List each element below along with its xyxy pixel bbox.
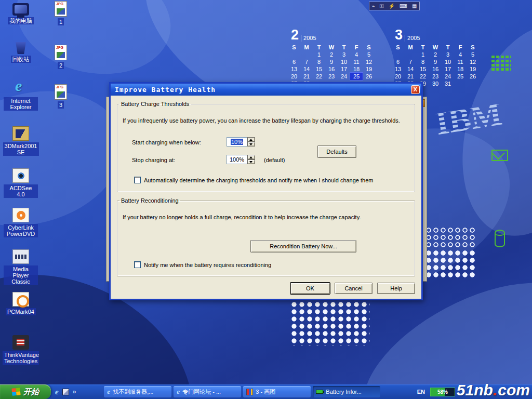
notify-reconditioning-checkbox-label: Notify me when the battery requires reco…: [144, 262, 271, 268]
spin-up-button[interactable]: [247, 155, 255, 159]
desktop-icon-acdsee[interactable]: ACDSee 4.0: [4, 168, 38, 198]
desktop-icon-powerdvd[interactable]: CyberLink PowerDVD: [4, 208, 38, 237]
desktop-icon-3dmark2001[interactable]: 3DMark2001 SE: [4, 126, 38, 156]
calendar-day: 31: [442, 80, 454, 87]
notify-reconditioning-checkbox-row: Notify me when the battery requires reco…: [134, 261, 271, 268]
calendar-month: 2 2005 SMTWTFS 1234567891011121314151617…: [288, 28, 377, 87]
auto-thresholds-checkbox[interactable]: [134, 177, 141, 183]
desktop-icon-label: ThinkVantage Technologies: [3, 351, 39, 365]
calendar-day: 3: [442, 51, 454, 58]
start-charging-value[interactable]: 10%: [227, 137, 247, 147]
calendar-day: 15: [417, 65, 429, 73]
language-indicator[interactable]: EN: [417, 389, 425, 395]
calendar-day-header: M: [404, 44, 417, 51]
desktop-icon-label: Internet Explorer: [4, 97, 38, 111]
jpg-file-icon: [55, 1, 67, 17]
taskbar-task-battery-information[interactable]: Battery Infor...: [313, 386, 380, 397]
battery-meter[interactable]: 58%: [430, 388, 455, 396]
cancel-button[interactable]: Cancel: [335, 283, 373, 294]
spin-down-button[interactable]: [247, 142, 255, 147]
spin-up-button[interactable]: [247, 137, 255, 142]
calendar-day: 13: [392, 65, 404, 73]
calendar-day: 4: [454, 51, 467, 58]
calendar-day: 12: [467, 58, 479, 65]
start-charging-spinner[interactable]: 10%: [227, 137, 255, 147]
desktop-icon-pcmark04[interactable]: PCMark04: [4, 292, 38, 315]
taskbar-task-forum[interactable]: 专门网论坛 - ...: [174, 386, 241, 397]
desktop-icon-my-computer[interactable]: 我的电脑: [4, 3, 38, 24]
quicklaunch-ie-icon[interactable]: [55, 387, 59, 396]
calendar-day: 17: [338, 65, 350, 73]
taskbar: 开始 » 找不到服务器,... 专门网论坛 - ... 3 - 画图 Batte…: [0, 384, 532, 399]
battery-reconditioning-group: Battery Reconditioning If your battery n…: [117, 197, 415, 276]
recondition-battery-button[interactable]: Recondition Battery Now...: [250, 240, 356, 252]
taskbar-task-server[interactable]: 找不到服务器,...: [104, 386, 171, 397]
calendar-day: 24: [338, 73, 350, 80]
calendar-day: 6: [288, 58, 300, 65]
start-button-label: 开始: [23, 387, 39, 397]
desktop-icon-jpg-2[interactable]: 2: [48, 45, 74, 69]
calendar-day-header: F: [350, 44, 363, 51]
desktop-icon-thinkvantage[interactable]: ThinkVantage Technologies: [4, 335, 38, 365]
calendar-day: 9: [429, 58, 442, 65]
calendar-title: 2 2005: [288, 28, 377, 42]
desktop-icon-jpg-3[interactable]: 3: [48, 84, 74, 109]
desktop-icon-label: CyberLink PowerDVD: [4, 224, 38, 237]
plug-icon: [372, 2, 375, 10]
calendar-day: [454, 80, 467, 87]
dialog-title: Improve Battery Health: [115, 86, 216, 94]
calendar-week-row: 13141516171819: [392, 65, 481, 73]
calendar-day: 14: [300, 65, 313, 73]
defaults-button[interactable]: Defaults: [317, 145, 356, 158]
calendar-day: 26: [363, 73, 375, 80]
jpg-file-icon: [55, 84, 67, 100]
calendar-day: 16: [429, 65, 442, 73]
media-player-classic-icon: [12, 249, 29, 264]
calendar-week-row: 6789101112: [392, 58, 481, 65]
group-title: Battery Reconditioning: [119, 197, 180, 204]
desktop-icon-label: PCMark04: [6, 308, 36, 315]
monitor-icon: [400, 2, 407, 10]
calendar-day-headers: SMTWTFS: [392, 44, 481, 51]
calendar-year: 2005: [405, 35, 420, 42]
quicklaunch-media-icon[interactable]: [62, 389, 69, 395]
windows-flag-icon: [11, 388, 20, 396]
dialog-titlebar[interactable]: Improve Battery Health X: [111, 84, 421, 96]
start-button[interactable]: 开始: [0, 384, 51, 399]
screen-tray-widget[interactable]: [369, 2, 420, 10]
stop-charging-spinner[interactable]: 100%: [227, 155, 255, 164]
stop-charging-value[interactable]: 100%: [227, 155, 247, 164]
spin-down-button[interactable]: [247, 159, 255, 164]
calendar-day-header: T: [417, 44, 429, 51]
calendar-day: 13: [288, 65, 300, 73]
calendar-day: 22: [417, 73, 429, 80]
ok-button[interactable]: OK: [290, 283, 330, 294]
calendar-day-header: S: [363, 44, 375, 51]
watermark-51nb: 51nb.com: [457, 381, 530, 399]
calendar-week-row: 13141516171819: [288, 65, 377, 73]
help-button[interactable]: Help: [377, 283, 415, 294]
calendar-day: 21: [300, 73, 313, 80]
calendar-day: 5: [363, 51, 375, 58]
calendar-day: 20: [288, 73, 300, 80]
quicklaunch-chevron-icon[interactable]: »: [73, 388, 76, 395]
calendar-day: 26: [467, 73, 479, 80]
start-charging-label: Start charging when below:: [132, 139, 201, 145]
3dmark-icon: [12, 126, 29, 141]
calendar-day: 20: [392, 73, 404, 80]
calendar-day-header: S: [288, 44, 300, 51]
wallpaper-dot-grid: [291, 301, 370, 346]
battery-percent: 58%: [431, 388, 455, 396]
desktop-icon-recycle-bin[interactable]: 回收站: [4, 39, 38, 63]
calendar-day-header: S: [392, 44, 404, 51]
desktop-icon-mpc[interactable]: Media Player Classic: [4, 249, 38, 285]
notify-reconditioning-checkbox[interactable]: [134, 261, 141, 268]
close-button[interactable]: X: [411, 85, 420, 94]
calendar-day-header: F: [454, 44, 467, 51]
calendar-day-header: T: [338, 44, 350, 51]
keypad-icon: [491, 55, 511, 71]
taskbar-task-paint[interactable]: 3 - 画图: [243, 386, 311, 397]
group-description: If you infrequently use battery power, y…: [123, 117, 405, 124]
desktop-icon-internet-explorer[interactable]: Internet Explorer: [4, 81, 38, 111]
desktop-icon-jpg-1[interactable]: 1: [48, 1, 74, 25]
